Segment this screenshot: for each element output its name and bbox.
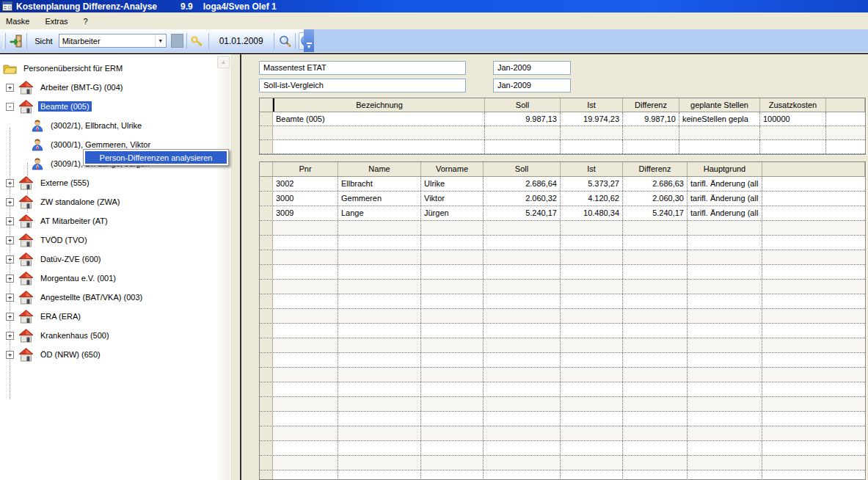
tree-item[interactable]: + Angestellte (BAT/VK [0, 288, 230, 307]
col-pnr[interactable]: Pnr [273, 162, 338, 176]
dropdown-arrow-icon[interactable]: ▼ [155, 34, 166, 47]
menu-maske[interactable]: Maske [6, 15, 36, 28]
sicht-label: Sicht [34, 37, 52, 46]
window-session: loga4/Sven Olef 1 [203, 1, 277, 12]
toolbar-overflow-icon[interactable]: ▼ [304, 29, 314, 52]
row-selector[interactable] [260, 177, 273, 191]
tree-scrollbar[interactable]: ▲ [217, 56, 230, 480]
tree-expander[interactable]: + [6, 274, 14, 283]
tree-item[interactable]: + AT Mitarbeiter (AT) [0, 211, 230, 230]
col-ist[interactable]: Ist [561, 162, 623, 176]
tree-item-label[interactable]: Personenübersicht für ERM [21, 63, 125, 73]
tree-item-label[interactable]: TVÖD (TVO) [38, 235, 90, 245]
col-name[interactable]: Name [338, 162, 421, 176]
col-vorname[interactable]: Vorname [421, 162, 484, 176]
toolbar-grip[interactable] [3, 33, 6, 49]
tree-item-label[interactable]: Morgentau e.V. (001) [38, 273, 118, 283]
key-button[interactable] [190, 32, 205, 50]
tree-item-label[interactable]: ERA (ERA) [38, 311, 83, 321]
person-table-row[interactable]: 3002 Ellbracht Ulrike 2.686,64 5.373,27 … [260, 177, 865, 192]
tree-expander[interactable]: - [6, 103, 14, 111]
tree-item-label[interactable]: ZW standalone (ZWA) [38, 197, 122, 207]
tree-expander[interactable]: + [6, 217, 14, 225]
titlebar[interactable]: Kostenplanung Differenz-Analyse 9.9 loga… [0, 0, 868, 12]
menu-help[interactable]: ? [84, 15, 95, 28]
disabled-button [171, 34, 183, 48]
empty-row [260, 236, 865, 250]
house-icon [18, 291, 34, 305]
budget-name-field[interactable]: Massentest ETAT [259, 61, 466, 75]
tree-item[interactable]: - Beamte (005) [0, 97, 230, 116]
col-soll[interactable]: Soll [485, 98, 561, 112]
group-table-row[interactable]: Beamte (005) 9.987,13 19.974,23 9.987,10… [260, 112, 865, 126]
tree-item[interactable]: + Morgentau e.V. (001 [0, 269, 230, 288]
house-icon [18, 195, 34, 209]
tree-expander[interactable]: + [6, 332, 14, 340]
tree-item-label[interactable]: ÖD (NRW) (650) [38, 349, 103, 360]
tree-item-label[interactable]: (3000/1), Gemmeren, Viktor [48, 139, 153, 150]
person-table-row[interactable]: 3009 Lange Jürgen 5.240,17 10.480,34 5.2… [260, 206, 865, 221]
row-selector[interactable] [260, 192, 273, 206]
col-geplante-stellen[interactable]: geplante Stellen [679, 98, 760, 112]
comparison-name-field[interactable]: Soll-ist-Vergleich [259, 79, 466, 92]
col-ist[interactable]: Ist [561, 98, 623, 112]
tree-expander[interactable]: + [6, 236, 14, 244]
col-differenz[interactable]: Differenz [623, 98, 679, 112]
tree-item-label[interactable]: Krankenhaus (500) [38, 330, 112, 341]
budget-period-field[interactable]: Jan-2009 [493, 61, 571, 75]
person-table-row[interactable]: 3000 Gemmeren Viktor 2.060,32 4.120,62 2… [260, 192, 865, 206]
col-hauptgrund[interactable]: Hauptgrund [688, 162, 762, 176]
tree-expander[interactable]: + [6, 294, 14, 302]
row-selector[interactable] [260, 112, 273, 126]
house-icon [18, 272, 34, 286]
tree-item[interactable]: + ZW standalone (ZWA) [0, 192, 230, 211]
tree-item[interactable]: + Krankenhaus (500) [0, 326, 230, 345]
window-title: Kostenplanung Differenz-Analyse [16, 1, 157, 12]
context-menu-item-analyze-differences[interactable]: Person-Differenzen analysieren [85, 151, 227, 164]
tree-item-label[interactable]: Datüv-ZVE (600) [38, 254, 103, 264]
group-table-body: Beamte (005) 9.987,13 19.974,23 9.987,10… [260, 112, 865, 126]
tree-item[interactable]: Personenübersicht für ERM [0, 59, 230, 78]
house-icon [18, 100, 34, 114]
col-zusatzkosten[interactable]: Zusatzkosten [760, 98, 826, 112]
tree-item[interactable]: + Externe (555) [0, 173, 230, 192]
cell-zusatzkosten: 100000 [760, 112, 826, 126]
tree-item-label[interactable]: AT Mitarbeiter (AT) [38, 216, 110, 226]
tree-item-label[interactable]: Arbeiter (BMT-G) (004) [38, 82, 125, 92]
exit-button[interactable] [9, 32, 24, 50]
comparison-period-field[interactable]: Jan-2009 [493, 79, 571, 92]
search-button[interactable] [277, 32, 293, 50]
col-soll[interactable]: Soll [484, 162, 561, 176]
house-icon [18, 310, 34, 324]
tree-item-label[interactable]: (3002/1), Ellbracht, Ulrike [48, 120, 144, 131]
tree-item[interactable]: + ÖD (NRW) (650) [0, 345, 230, 364]
row-selector-header [260, 162, 273, 176]
view-combobox[interactable]: Mitarbeiter ▼ [59, 34, 167, 48]
tree-expander[interactable]: + [6, 313, 14, 321]
cell-differenz: 2.686,63 [623, 177, 688, 191]
empty-row [260, 338, 865, 353]
empty-row [260, 426, 865, 441]
reference-date[interactable]: 01.01.2009 [212, 36, 271, 46]
menu-extras[interactable]: Extras [45, 15, 74, 28]
tree-item[interactable]: + ERA (ERA) [0, 307, 230, 326]
col-bezeichnung[interactable]: Bezeichnung [273, 98, 485, 112]
tree-item[interactable]: + TVÖD (TVO) [0, 230, 230, 250]
tree-item-label[interactable]: Angestellte (BAT/VKA) (003) [38, 292, 145, 302]
tree-expander[interactable]: + [6, 179, 14, 187]
tree-item-label[interactable]: Beamte (005) [38, 101, 92, 112]
row-selector[interactable] [260, 206, 273, 220]
tree-expander[interactable]: + [6, 351, 14, 359]
tree-expander[interactable]: + [6, 255, 14, 263]
tree-expander[interactable]: + [6, 198, 14, 206]
tree-item[interactable]: + Datüv-ZVE (600) [0, 250, 230, 269]
col-differenz[interactable]: Differenz [623, 162, 688, 176]
cell-soll: 9.987,13 [485, 112, 561, 126]
person-icon [31, 138, 44, 151]
tree-expander[interactable]: + [6, 84, 14, 92]
tree-item[interactable]: (3002/1), Ellbracht, Ulrike [0, 116, 230, 135]
tree-item[interactable]: + Arbeiter (BMT-G) (0 [0, 78, 230, 97]
tree-item-label[interactable]: Externe (555) [38, 178, 92, 188]
context-menu: Person-Differenzen analysieren [83, 149, 229, 166]
scroll-up-icon[interactable]: ▲ [217, 56, 230, 68]
